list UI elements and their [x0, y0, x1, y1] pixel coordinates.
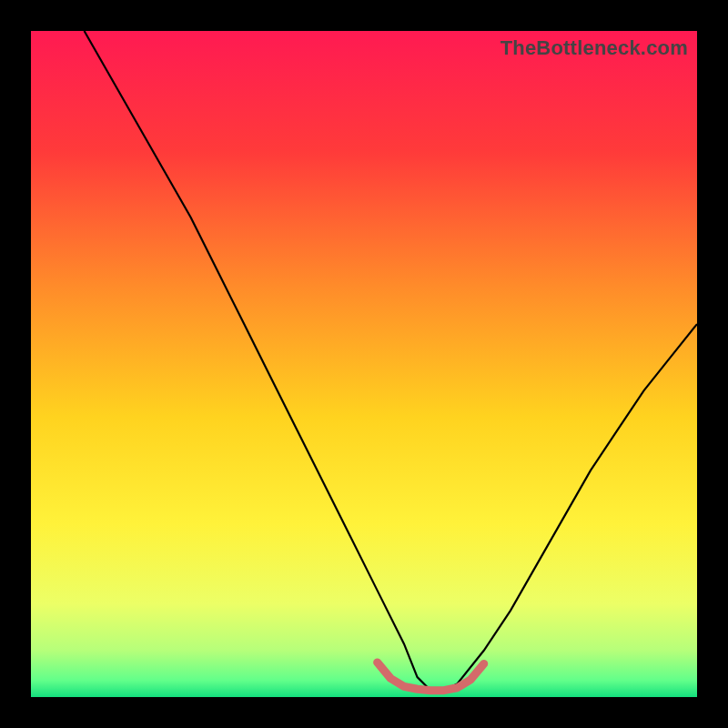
chart-frame: TheBottleneck.com [0, 0, 728, 728]
plot-area: TheBottleneck.com [31, 31, 697, 697]
watermark-text: TheBottleneck.com [500, 36, 688, 60]
bottleneck-curve [85, 31, 697, 691]
chart-lines [31, 31, 697, 697]
optimal-zone [378, 662, 484, 691]
